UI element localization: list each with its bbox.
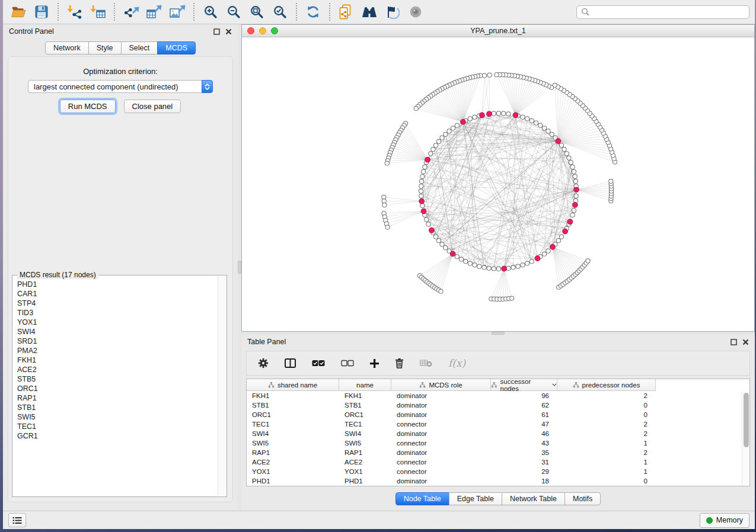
column-namespace-icon [419, 382, 426, 388]
mcds-result-item[interactable]: ORC1 [17, 384, 217, 393]
column-header-predecessor-nodes[interactable]: predecessor nodes [557, 379, 656, 390]
import-network-icon[interactable] [65, 2, 84, 21]
cell-mcds-role: connector [391, 421, 491, 428]
select-all-icon[interactable] [312, 360, 325, 367]
mcds-result-item[interactable]: PHD1 [17, 280, 217, 289]
mcds-result-item[interactable]: STB1 [17, 403, 217, 412]
mcds-result-item[interactable]: TEC1 [17, 422, 217, 431]
float-panel-icon[interactable] [213, 28, 220, 35]
column-header-mcds-role[interactable]: MCDS role [391, 379, 491, 390]
tab-network[interactable]: Network [45, 41, 89, 55]
export-table-icon[interactable] [145, 2, 164, 21]
mcds-result-item[interactable]: SWI4 [17, 327, 217, 336]
mcds-result-item[interactable]: STB5 [17, 374, 217, 384]
columns-icon[interactable] [285, 358, 296, 368]
mcds-result-item[interactable]: GCR1 [17, 431, 217, 441]
tab-motifs[interactable]: Motifs [564, 492, 601, 505]
table-panel-titlebar: Table Panel [241, 335, 755, 349]
cell-successor-nodes: 61 [491, 411, 557, 418]
close-panel-icon[interactable] [225, 28, 232, 35]
zoom-in-icon[interactable] [201, 2, 220, 21]
zoom-fit-icon[interactable] [247, 2, 266, 21]
deselect-all-icon[interactable] [341, 360, 354, 367]
mcds-list-scrollbar[interactable] [218, 276, 226, 496]
criterion-select[interactable]: largest connected component (undirected) [28, 80, 213, 93]
delete-column-icon[interactable] [395, 358, 404, 368]
maximize-window-icon[interactable] [271, 27, 278, 34]
table-row[interactable]: PHD1 PHD1 dominator 18 0 [247, 476, 749, 486]
table-row[interactable]: SWI4 SWI4 dominator 46 2 [247, 429, 749, 438]
cell-predecessor-nodes: 2 [557, 392, 656, 399]
cell-predecessor-nodes: 2 [557, 449, 656, 456]
mcds-result-item[interactable]: RAP1 [17, 393, 217, 403]
column-header-name[interactable]: name [339, 379, 391, 390]
table-row[interactable]: YOX1 YOX1 connector 29 1 [247, 467, 749, 476]
close-panel-icon[interactable] [742, 339, 749, 345]
column-namespace-icon [491, 382, 497, 388]
float-panel-icon[interactable] [731, 339, 737, 345]
export-network-icon[interactable] [122, 2, 141, 21]
mcds-result-item[interactable]: TID3 [17, 308, 217, 318]
save-session-icon[interactable] [32, 2, 51, 21]
zoom-selected-icon[interactable] [270, 2, 289, 21]
import-table-icon[interactable] [88, 2, 107, 21]
table-scrollbar-thumb[interactable] [744, 393, 749, 447]
main-toolbar [3, 0, 755, 24]
mcds-result-item[interactable]: STP4 [17, 299, 217, 308]
tab-network-table[interactable]: Network Table [502, 492, 565, 505]
add-column-icon[interactable] [370, 359, 379, 368]
export-image-icon[interactable] [168, 2, 187, 21]
control-panel-title: Control Panel [9, 27, 54, 36]
network-title: YPA_prune.txt_1 [242, 27, 754, 35]
network-canvas[interactable] [242, 37, 754, 331]
mcds-result-item[interactable]: YOX1 [17, 318, 217, 327]
tab-node-table[interactable]: Node Table [395, 492, 449, 505]
control-panel-tabs: Network Style Select MCDS [3, 41, 238, 55]
column-header-shared-name[interactable]: shared name [247, 379, 339, 390]
share-document-icon[interactable] [337, 2, 356, 21]
mcds-panel: Optimization criterion: largest connecte… [8, 56, 233, 502]
gear-icon[interactable] [258, 358, 269, 368]
open-session-icon[interactable] [9, 2, 28, 21]
tab-mcds[interactable]: MCDS [157, 41, 196, 55]
run-mcds-button[interactable]: Run MCDS [60, 100, 116, 113]
close-panel-button[interactable]: Close panel [124, 100, 181, 113]
table-row[interactable]: RAP1 RAP1 dominator 35 2 [247, 448, 749, 457]
table-scrollbar[interactable] [742, 392, 749, 486]
mcds-result-item[interactable]: ACE2 [17, 365, 217, 374]
column-header-successor-nodes[interactable]: successor nodes [491, 379, 557, 390]
column-label: shared name [277, 382, 317, 389]
mcds-result-item[interactable]: SRD1 [17, 336, 217, 346]
search-box[interactable] [576, 5, 749, 19]
close-window-icon[interactable] [247, 27, 254, 34]
hide-flag-icon[interactable] [383, 2, 402, 21]
mcds-result-item[interactable]: CAR1 [17, 289, 217, 299]
cell-predecessor-nodes: 1 [557, 459, 656, 466]
horizontal-splitter-handle[interactable] [492, 332, 505, 335]
table-row[interactable]: ORC1 ORC1 dominator 61 0 [247, 410, 749, 419]
mcds-result-item[interactable]: PMA2 [17, 346, 217, 355]
search-input[interactable] [592, 7, 745, 17]
table-row[interactable]: SWI5 SWI5 connector 43 1 [247, 438, 749, 448]
search-network-icon[interactable] [360, 2, 379, 21]
tab-style[interactable]: Style [88, 41, 122, 55]
tab-select[interactable]: Select [121, 41, 158, 55]
zoom-out-icon[interactable] [224, 2, 243, 21]
cell-shared-name: ACE2 [247, 459, 339, 466]
refresh-layout-icon[interactable] [304, 2, 323, 21]
tab-edge-table[interactable]: Edge Table [449, 492, 502, 505]
mcds-result-item[interactable]: FKH1 [17, 355, 217, 365]
table-row[interactable]: ACE2 ACE2 connector 31 1 [247, 457, 749, 467]
table-row[interactable]: STB1 STB1 dominator 62 0 [247, 400, 749, 410]
search-icon [581, 8, 589, 16]
toolbar-separator [58, 3, 59, 21]
memory-button[interactable]: Memory [700, 513, 749, 528]
network-graph[interactable] [242, 37, 754, 331]
table-row[interactable]: TEC1 TEC1 connector 47 2 [247, 419, 749, 429]
mcds-result-item[interactable]: SWI5 [17, 412, 217, 422]
table-row[interactable]: FKH1 FKH1 dominator 96 2 [247, 391, 749, 400]
task-history-button[interactable] [8, 513, 26, 527]
control-panel: Control Panel Network Style Select MCDS … [3, 24, 238, 511]
vertical-splitter-handle[interactable] [238, 261, 241, 274]
minimize-window-icon[interactable] [259, 27, 266, 34]
